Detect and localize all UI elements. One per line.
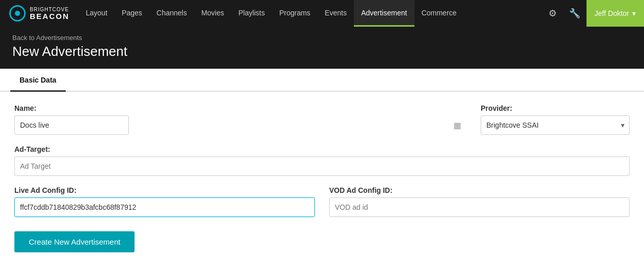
form-group-provider: Provider: Brightcove SSAI ▾: [481, 104, 630, 135]
name-input[interactable]: [14, 115, 129, 135]
user-menu[interactable]: Jeff Doktor ▾: [586, 0, 644, 27]
nav-layout[interactable]: Layout: [79, 0, 115, 27]
back-link[interactable]: Back to Advertisements: [12, 34, 632, 42]
navbar-right: ⚙ 🔧 Jeff Doktor ▾: [542, 0, 644, 27]
form-group-vod-config: VOD Ad Config ID:: [329, 186, 630, 217]
live-config-label: Live Ad Config ID:: [14, 186, 315, 194]
nav-commerce[interactable]: Commerce: [414, 0, 464, 27]
navbar: brightcove BEACON Layout Pages Channels …: [0, 0, 644, 27]
logo-beacon: BEACON: [30, 12, 69, 20]
name-label: Name:: [14, 104, 466, 112]
form-row-submit: Create New Advertisement: [14, 227, 630, 252]
live-config-input[interactable]: [14, 197, 315, 217]
nav-pages[interactable]: Pages: [115, 0, 149, 27]
logo-icon: [9, 5, 26, 22]
user-name: Jeff Doktor: [595, 9, 629, 17]
content: Basic Data Name: ▦ Provider: Brightcove …: [0, 69, 644, 275]
tab-bar: Basic Data: [0, 69, 644, 92]
provider-select[interactable]: Brightcove SSAI: [481, 115, 630, 135]
form-group-live-config: Live Ad Config ID:: [14, 186, 315, 217]
ad-target-input[interactable]: [14, 156, 630, 176]
nav-programs[interactable]: Programs: [272, 0, 318, 27]
provider-label: Provider:: [481, 104, 630, 112]
nav-channels[interactable]: Channels: [149, 0, 194, 27]
logo-bright: brightcove: [30, 7, 69, 12]
form-row-configs: Live Ad Config ID: VOD Ad Config ID:: [14, 186, 630, 217]
tab-basic-data[interactable]: Basic Data: [10, 69, 66, 92]
provider-select-wrap: Brightcove SSAI ▾: [481, 115, 630, 135]
page-title: New Advertisement: [12, 44, 632, 59]
nav-advertisement[interactable]: Advertisement: [354, 0, 414, 27]
logo[interactable]: brightcove BEACON: [0, 0, 79, 27]
settings-icon[interactable]: ⚙: [542, 0, 563, 27]
tools-icon[interactable]: 🔧: [563, 0, 586, 27]
vod-config-label: VOD Ad Config ID:: [329, 186, 630, 194]
create-advertisement-button[interactable]: Create New Advertisement: [14, 231, 135, 252]
nav-movies[interactable]: Movies: [194, 0, 231, 27]
form-area: Name: ▦ Provider: Brightcove SSAI ▾ Ad-: [0, 92, 644, 275]
form-row-ad-target: Ad-Target:: [14, 145, 630, 176]
form-row-name-provider: Name: ▦ Provider: Brightcove SSAI ▾: [14, 104, 630, 135]
user-dropdown-icon: ▾: [632, 9, 636, 17]
nav-events[interactable]: Events: [317, 0, 354, 27]
form-group-ad-target: Ad-Target:: [14, 145, 630, 176]
vod-config-input[interactable]: [329, 197, 630, 217]
page-header: Back to Advertisements New Advertisement: [0, 27, 644, 69]
logo-text: brightcove BEACON: [30, 7, 69, 20]
name-input-icon: ▦: [453, 121, 461, 130]
nav-playlists[interactable]: Playlists: [231, 0, 272, 27]
ad-target-label: Ad-Target:: [14, 145, 630, 153]
name-input-wrap: ▦: [14, 115, 466, 135]
nav-items: Layout Pages Channels Movies Playlists P…: [79, 0, 542, 27]
form-group-name: Name: ▦: [14, 104, 466, 135]
